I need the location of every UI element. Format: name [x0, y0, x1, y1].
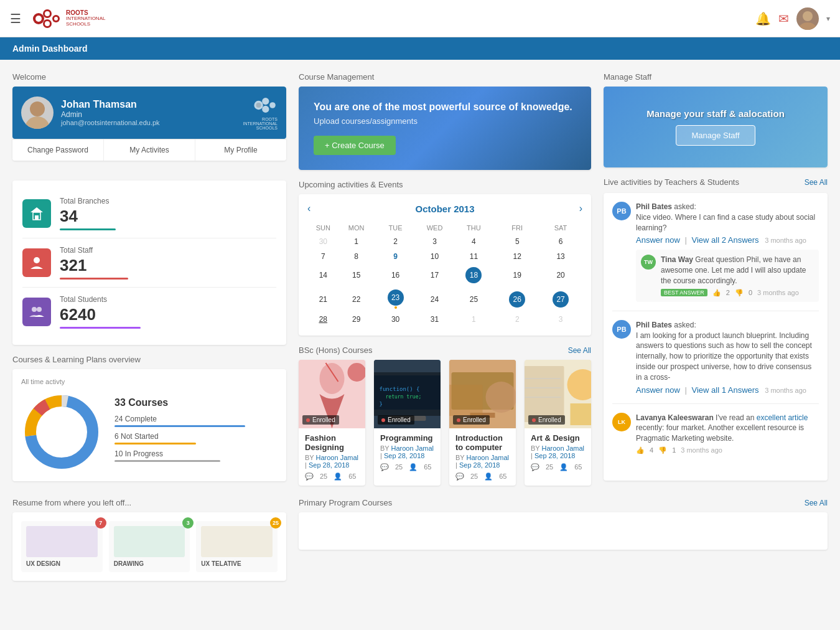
reply-likes: 2	[726, 289, 730, 296]
cal-day-18[interactable]: 18	[452, 264, 496, 286]
cal-day-6[interactable]: 6	[539, 234, 582, 249]
programming-instructor[interactable]: Haroon Jamal	[391, 444, 434, 452]
bsc-see-all[interactable]: See All	[568, 346, 591, 355]
svg-point-10	[25, 116, 50, 129]
cal-day-3-next[interactable]: 3	[539, 312, 582, 327]
cal-day-5[interactable]: 5	[495, 234, 539, 249]
course-mgmt-title: Course Management	[299, 72, 591, 82]
resume-item-telative[interactable]: 25 UX TELATIVE	[196, 521, 278, 572]
svg-rect-19	[35, 215, 39, 220]
cal-day-28[interactable]: 28	[307, 312, 339, 327]
cal-day-29[interactable]: 29	[339, 312, 374, 327]
activity-2-view-link[interactable]: View all 1 Answers	[691, 385, 758, 395]
art-date: Sep 28, 2018	[534, 452, 575, 459]
manage-staff-card-wrapper: Manage your staff & aalocation Manage St…	[604, 87, 828, 167]
activity-3-avatar: LK	[612, 413, 631, 431]
bell-icon[interactable]: 🔔	[755, 12, 771, 26]
header-left: ☰ ROOTS INTERNATIONAL SCHOOLS	[10, 6, 105, 31]
live-see-all[interactable]: See All	[805, 178, 828, 187]
cal-day-14[interactable]: 14	[307, 264, 339, 286]
staff-info: Total Staff 321	[60, 246, 128, 280]
reply-thumbs: BEST ANSWER 👍 2 👎 0 3 months ago	[661, 289, 814, 297]
best-answer-badge: BEST ANSWER	[661, 289, 707, 296]
resume-item-ux[interactable]: 7 UX DESIGN	[21, 521, 103, 572]
activity-3-thumb-up-icon: 👍	[636, 446, 645, 454]
my-activities-link[interactable]: My Activites	[104, 139, 195, 161]
cal-day-23[interactable]: 23	[374, 286, 418, 312]
course-card-programming: function() { return true; } Enrolled Pro…	[374, 360, 441, 486]
fashion-course-info: Fashion Designing BY Haroon Jamal | Sep …	[299, 428, 365, 486]
cal-day-7[interactable]: 7	[307, 249, 339, 264]
art-enrolled-label: Enrolled	[538, 416, 561, 423]
my-profile-link[interactable]: My Profile	[195, 139, 286, 161]
cal-day-30-prev[interactable]: 30	[307, 234, 339, 249]
mail-icon[interactable]: ✉	[778, 12, 789, 26]
manage-staff-button[interactable]: Manage Staff	[676, 125, 755, 146]
svg-point-42	[486, 382, 516, 413]
cal-day-26[interactable]: 26	[495, 286, 539, 312]
cal-day-30[interactable]: 30	[374, 312, 418, 327]
fashion-date: Sep 28, 2018	[309, 461, 349, 469]
hamburger-icon[interactable]: ☰	[10, 11, 21, 26]
user-avatar[interactable]	[796, 7, 819, 30]
cal-day-3[interactable]: 3	[418, 234, 452, 249]
activity-1-view-link[interactable]: View all 2 Answers	[691, 235, 758, 245]
overview-content: 33 Courses 24 Complete 6 Not Started 10 …	[21, 392, 278, 472]
cal-day-24[interactable]: 24	[418, 286, 452, 312]
art-instructor[interactable]: Haroon Jamal	[542, 444, 584, 452]
reply-content: Tina Way Great question Phil, we have an…	[661, 255, 814, 296]
live-section-title: Live activities by Teachers & Students	[604, 177, 739, 187]
user-dropdown-arrow[interactable]: ▾	[826, 14, 830, 23]
fashion-instructor[interactable]: Haroon Jamal	[316, 454, 358, 461]
calendar-prev-button[interactable]: ‹	[307, 203, 310, 214]
activity-3-article-link[interactable]: excellent article	[757, 413, 808, 422]
course-thumb-programming: function() { return true; } Enrolled	[374, 360, 441, 428]
primary-see-all[interactable]: See All	[805, 499, 828, 507]
notification-bell-wrapper[interactable]: 🔔	[755, 11, 771, 26]
staff-label: Total Staff	[60, 246, 128, 255]
cal-day-20[interactable]: 20	[539, 264, 582, 286]
cal-day-15[interactable]: 15	[339, 264, 374, 286]
art-comments-icon: 💬	[531, 463, 539, 471]
svg-point-22	[37, 307, 42, 312]
cal-day-19[interactable]: 19	[495, 264, 539, 286]
create-course-button[interactable]: + Create Course	[314, 136, 396, 155]
cal-header-wed: WED	[418, 222, 452, 234]
cal-day-2-next[interactable]: 2	[495, 312, 539, 327]
cal-day-1[interactable]: 1	[339, 234, 374, 249]
cal-day-22[interactable]: 22	[339, 286, 374, 312]
cal-day-9[interactable]: 9	[374, 249, 418, 264]
cal-day-16[interactable]: 16	[374, 264, 418, 286]
welcome-name: Johan Thamsan	[61, 99, 236, 110]
cal-day-2[interactable]: 2	[374, 234, 418, 249]
activity-2-answer-link[interactable]: Answer now	[636, 385, 680, 395]
change-password-link[interactable]: Change Password	[12, 139, 104, 161]
cal-day-31[interactable]: 31	[418, 312, 452, 327]
activity-3-thumbs: 👍 4 👎 1 3 months ago	[636, 446, 819, 454]
cal-day-11[interactable]: 11	[452, 249, 496, 264]
reply-dislikes: 0	[749, 289, 752, 296]
activity-2-user: PB Phil Bates asked: I am looking for a …	[612, 320, 819, 395]
cal-day-4[interactable]: 4	[452, 234, 496, 249]
cal-day-10[interactable]: 10	[418, 249, 452, 264]
cal-day-8[interactable]: 8	[339, 249, 374, 264]
mail-wrapper[interactable]: ✉	[778, 11, 789, 26]
calendar-next-button[interactable]: ›	[579, 203, 582, 214]
activity-1-answer-link[interactable]: Answer now	[636, 235, 680, 245]
cal-day-27[interactable]: 27	[539, 286, 582, 312]
computer-instructor[interactable]: Haroon Jamal	[467, 454, 509, 461]
cal-day-25[interactable]: 25	[452, 286, 496, 312]
cal-day-21[interactable]: 21	[307, 286, 339, 312]
cal-day-12[interactable]: 12	[495, 249, 539, 264]
cal-day-1-next[interactable]: 1	[452, 312, 496, 327]
course-thumb-computer: Enrolled	[449, 360, 516, 428]
activity-2-content: Phil Bates asked: I am looking for a pro…	[636, 320, 819, 395]
live-header: Live activities by Teachers & Students S…	[604, 177, 828, 187]
activity-3-thumb-down-icon: 👎	[658, 446, 667, 454]
resume-item-drawing[interactable]: 3 DRAWING	[109, 521, 190, 572]
cal-day-17[interactable]: 17	[418, 264, 452, 286]
programming-enrolled-badge: Enrolled	[378, 415, 414, 425]
fashion-students: 65	[348, 472, 356, 481]
computer-course-info: Introduction to computer BY Haroon Jamal…	[449, 428, 516, 486]
cal-day-13[interactable]: 13	[539, 249, 582, 264]
